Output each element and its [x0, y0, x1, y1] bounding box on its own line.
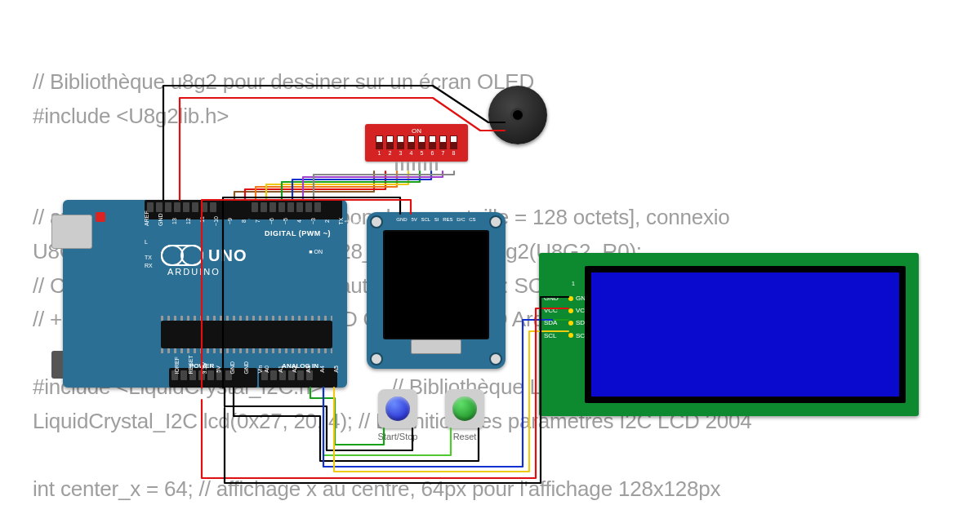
- oled-grove-display: GND5VSCLSIRESD/CCS: [367, 212, 506, 369]
- arduino-power-pin-labels: IOREFRESET3.3V5VGNDGNDVin: [172, 366, 265, 372]
- arduino-atmega-chip: [161, 321, 332, 348]
- oled-grove-connector: [411, 339, 461, 354]
- wire-btn1-sig: [310, 388, 384, 445]
- wire-dip-6: [292, 171, 431, 200]
- mounting-hole-icon: [489, 215, 502, 228]
- arduino-model-label: UNO: [208, 246, 247, 265]
- wire-dip-7: [303, 171, 443, 200]
- arduino-txrx-labels: TX RX: [145, 254, 153, 270]
- circuit-diagram-canvas: AREFGND1312~11~10~987~6~54~32TX 1RX 0 DI…: [0, 0, 980, 514]
- arduino-brand-row: UNO: [161, 245, 247, 266]
- start-stop-button[interactable]: Start/Stop: [378, 389, 417, 428]
- arduino-logo-icon: [161, 245, 203, 266]
- lcd-pin1-marker: 1: [572, 281, 575, 286]
- piezo-buzzer: [488, 86, 547, 144]
- arduino-L-label: L: [145, 239, 148, 245]
- arduino-analog-pin-labels: A0A1A2A3A4A5: [261, 366, 341, 372]
- dip-switch-8[interactable]: ON 12345678: [365, 124, 468, 162]
- button-cap-icon: [452, 397, 477, 421]
- oled-screen: [383, 230, 489, 339]
- wire-dip-8: [314, 171, 454, 200]
- button-cap-icon: [385, 397, 410, 421]
- lcd-i2c-labels-left: GNDVCCSDASCL: [544, 292, 559, 342]
- lcd-screen: [585, 266, 906, 403]
- oled-pin-labels: GND5VSCLSIRESD/CCS: [394, 217, 478, 222]
- wire-dip-2: [245, 171, 385, 200]
- mounting-hole-icon: [370, 215, 383, 228]
- wire-dip-3: [256, 171, 397, 200]
- arduino-on-label: ■ ON: [309, 249, 323, 255]
- wire-btn2-gnd: [234, 388, 479, 461]
- start-stop-button-label: Start/Stop: [378, 432, 418, 441]
- dip-numbers: 12345678: [370, 150, 463, 156]
- arduino-digital-section-label: DIGITAL (PWM ~): [265, 229, 331, 237]
- wire-dip-4: [266, 171, 408, 200]
- wire-dip-5: [282, 171, 420, 200]
- mounting-hole-icon: [370, 352, 383, 366]
- dip-on-label: ON: [370, 127, 463, 135]
- reset-button[interactable]: Reset: [445, 389, 484, 428]
- mounting-hole-icon: [489, 352, 502, 366]
- arduino-power-led: [96, 212, 105, 222]
- arduino-usb-port: [51, 215, 92, 249]
- dip-slots: [370, 135, 463, 149]
- arduino-digital-pin-labels: AREFGND1312~11~10~987~6~54~32TX 1RX 0: [145, 215, 363, 227]
- arduino-brand-label: ARDUINO: [167, 267, 220, 277]
- lcd-2004-display: 1 GNDVCCSDASCL GNDVCCSDASCL: [539, 253, 919, 416]
- dip-legs: [372, 162, 461, 171]
- wire-dip-1: [234, 171, 374, 200]
- reset-button-label: Reset: [453, 432, 477, 441]
- arduino-uno-board: AREFGND1312~11~10~987~6~54~32TX 1RX 0 DI…: [63, 200, 347, 388]
